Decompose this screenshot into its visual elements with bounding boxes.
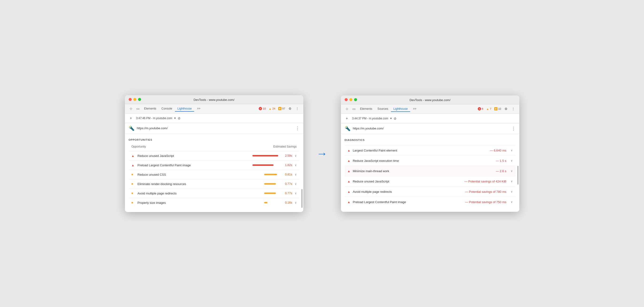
left-title-bar: DevTools - www.youtube.com/ <box>125 95 303 104</box>
left-traffic-lights <box>129 98 141 101</box>
left-content: OPPORTUNITIES Opportunity Estimated Savi… <box>125 134 303 212</box>
left-time: 3:47:46 PM - m.youtube.com <box>136 117 172 120</box>
diag-label-4: Avoid multiple page redirects <box>353 190 463 194</box>
info-icon: ■ <box>278 107 282 110</box>
opp-bar-fill-1 <box>252 164 274 166</box>
maximize-button[interactable] <box>138 98 141 101</box>
left-scrollbar[interactable] <box>301 142 303 212</box>
diag-icon-4: ▲ <box>348 190 350 194</box>
opp-savings-3: 0.77s <box>283 182 292 186</box>
right-expand-5[interactable]: ∨ <box>511 200 513 204</box>
column-headers: Opportunity Estimated Savings <box>129 145 300 148</box>
opp-bar-fill-4 <box>264 193 276 194</box>
warning-triangle-0: ▲ <box>132 154 135 158</box>
tab-console[interactable]: Console <box>159 105 175 112</box>
close-button[interactable] <box>129 98 132 101</box>
opp-bar-4 <box>264 193 280 194</box>
right-tab-elements[interactable]: Elements <box>358 106 375 112</box>
right-device-icon[interactable]: ▭ <box>351 105 357 112</box>
diag-label-5: Preload Largest Contentful Paint image <box>353 200 463 204</box>
opp-label-0: Reduce unused JavaScript <box>138 154 250 158</box>
expand-1[interactable]: ∨ <box>295 163 297 167</box>
opp-label-4: Avoid multiple page redirects <box>138 192 262 195</box>
tab-more[interactable]: >> <box>195 105 203 112</box>
right-expand-0[interactable]: ∨ <box>511 149 513 152</box>
left-window-title: DevTools - www.youtube.com/ <box>194 98 234 102</box>
info-count: 97 <box>282 107 285 110</box>
right-toolbar: ⊹ ▭ Elements Sources Lighthouse >> ✕ 8 ▲… <box>341 104 519 114</box>
no-entry-icon[interactable]: ⊘ <box>178 116 180 120</box>
diag-label-0: Largest Contentful Paint element <box>353 149 488 152</box>
right-cursor-icon[interactable]: ⊹ <box>344 105 350 112</box>
more-icon[interactable]: ⋮ <box>294 105 300 112</box>
left-lh-header: 🔦 https://m.youtube.com/ ⋮ <box>125 123 303 134</box>
right-maximize-button[interactable] <box>354 98 357 101</box>
diag-row-0: ▲ Largest Contentful Paint element — 6,6… <box>345 145 516 155</box>
right-add-tab-icon[interactable]: + <box>344 115 350 122</box>
expand-0[interactable]: ∨ <box>295 154 297 157</box>
opp-bar-1 <box>252 164 280 166</box>
tab-elements[interactable]: Elements <box>142 105 159 112</box>
left-address-bar: + 3:47:46 PM - m.youtube.com ▾ ⊘ <box>125 113 303 123</box>
right-warning-icon: ▲ <box>486 107 489 111</box>
right-expand-3[interactable]: ∨ <box>511 180 513 183</box>
right-badge-warnings[interactable]: ▲ 7 <box>485 107 492 111</box>
error-count: 10 <box>263 107 266 110</box>
opp-bar-fill-3 <box>264 183 276 185</box>
minimize-button[interactable] <box>133 98 136 101</box>
right-time: 3:44:37 PM - m.youtube.com <box>352 117 388 120</box>
diag-value-3: — Potential savings of 424 KiB <box>464 180 506 183</box>
right-lh-header: 🔦 https://m.youtube.com/ ⋮ <box>341 123 519 134</box>
badge-warnings[interactable]: ▲ 24 <box>268 106 276 111</box>
add-tab-icon[interactable]: + <box>128 115 134 121</box>
opp-bar-2 <box>264 174 280 175</box>
diag-value-0: — 6,640 ms <box>490 149 506 152</box>
right-more-icon[interactable]: ⋮ <box>510 105 516 112</box>
diag-row-3: ▲ Reduce unused JavaScript — Potential s… <box>345 176 516 186</box>
right-settings-icon[interactable]: ⚙ <box>503 105 510 112</box>
badge-info[interactable]: ■ 97 <box>277 106 286 111</box>
diag-icon-5: ▲ <box>348 200 350 204</box>
diag-icon-2: ▲ <box>348 169 350 173</box>
right-tab-lighthouse[interactable]: Lighthouse <box>391 106 410 112</box>
right-expand-4[interactable]: ∨ <box>511 190 513 193</box>
device-icon[interactable]: ▭ <box>135 105 141 112</box>
right-tab-more[interactable]: >> <box>411 106 419 112</box>
badge-errors[interactable]: ✕ 10 <box>258 106 267 111</box>
right-badge-errors[interactable]: ✕ 8 <box>476 107 484 111</box>
cursor-icon[interactable]: ⊹ <box>128 105 134 112</box>
expand-5[interactable]: ∨ <box>295 201 297 204</box>
right-traffic-lights <box>345 98 357 101</box>
right-more-button[interactable]: ⋮ <box>511 126 516 131</box>
right-no-entry-icon[interactable]: ⊘ <box>394 117 396 120</box>
expand-2[interactable]: ∨ <box>295 173 297 176</box>
diag-icon-0: ▲ <box>348 149 350 152</box>
right-scrollbar[interactable] <box>517 142 519 212</box>
expand-4[interactable]: ∨ <box>295 192 297 195</box>
opp-row-0: ▲ Reduce unused JavaScript 2.59s ∨ <box>129 151 300 160</box>
right-expand-1[interactable]: ∨ <box>511 159 513 162</box>
opp-savings-0: 2.59s <box>283 154 292 157</box>
tab-lighthouse[interactable]: Lighthouse <box>175 105 194 112</box>
opp-bar-fill-0 <box>252 155 278 156</box>
opp-label-5: Properly size images <box>138 201 262 205</box>
diag-row-5: ▲ Preload Largest Contentful Paint image… <box>345 197 516 207</box>
settings-icon[interactable]: ⚙ <box>287 105 294 112</box>
right-title-bar: DevTools - www.youtube.com/ <box>341 95 519 104</box>
right-lighthouse-icon: 🔦 <box>345 126 350 131</box>
dropdown-icon[interactable]: ▾ <box>174 116 176 120</box>
right-close-button[interactable] <box>345 98 348 101</box>
right-tab-sources[interactable]: Sources <box>375 106 391 112</box>
right-error-count: 8 <box>482 107 483 110</box>
right-address-bar: + 3:44:37 PM - m.youtube.com ▾ ⊘ <box>341 114 519 123</box>
opp-row-2: ■ Reduce unused CSS 0.81s ∨ <box>129 170 300 179</box>
right-minimize-button[interactable] <box>349 98 352 101</box>
opp-label-2: Reduce unused CSS <box>138 173 262 176</box>
opp-savings-1: 1.82s <box>283 163 292 167</box>
right-badge-info[interactable]: ■ 10 <box>493 107 502 111</box>
right-expand-2[interactable]: ∨ <box>511 169 513 173</box>
expand-3[interactable]: ∨ <box>295 182 297 186</box>
right-dropdown-icon[interactable]: ▾ <box>390 117 392 120</box>
left-more-button[interactable]: ⋮ <box>295 126 300 131</box>
opp-savings-5: 0.16s <box>283 201 292 204</box>
